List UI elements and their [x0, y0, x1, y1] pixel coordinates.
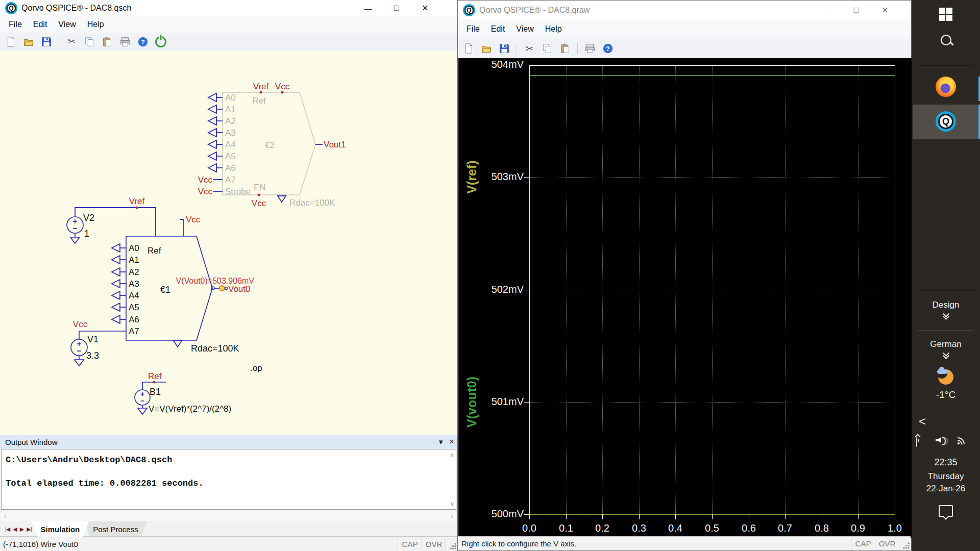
svg-text:?: ?	[606, 45, 610, 53]
cut-icon[interactable]: ✂	[523, 42, 536, 55]
temperature-label[interactable]: -1°C	[912, 389, 980, 400]
collapse-icon[interactable]: ▼	[437, 438, 444, 446]
waveform-plot[interactable]: 504mV 503mV 502mV 501mV 500mV 0.0 0.1 0.…	[458, 58, 912, 538]
pin-label: A4	[129, 291, 139, 300]
gridline	[712, 66, 713, 514]
print-icon[interactable]	[583, 42, 597, 55]
voltage-source-v2[interactable]	[67, 217, 83, 243]
qspice-button[interactable]	[913, 105, 979, 139]
schematic-canvas[interactable]: A0 A1 A2 A3 A4 A5 A6 A7 Strobe Vcc Vcc V…	[0, 51, 457, 435]
help-icon[interactable]: ?	[136, 35, 150, 48]
action-center-button[interactable]	[912, 505, 980, 517]
new-file-icon[interactable]	[4, 35, 17, 48]
scroll-left-icon[interactable]: ‹	[4, 512, 7, 520]
tab-last-icon[interactable]: ▶|	[27, 526, 31, 533]
console-output[interactable]: C:\Users\Andru\Desktop\DAC8.qsch Total e…	[1, 449, 456, 510]
battery-indicator[interactable]	[916, 438, 917, 447]
y-tick-label: 504mV	[481, 59, 524, 70]
copy-icon[interactable]	[83, 35, 96, 48]
source-value: 3.3	[86, 350, 99, 361]
tab-simulation[interactable]: Simulation	[32, 521, 89, 537]
menu-view[interactable]: View	[53, 20, 81, 29]
menu-file[interactable]: File	[3, 20, 28, 29]
design-toolbar-label[interactable]: Design	[912, 300, 980, 310]
firefox-button[interactable]	[912, 77, 980, 97]
new-file-icon[interactable]	[462, 42, 475, 55]
cut-icon[interactable]: ✂	[65, 35, 78, 48]
resize-grip[interactable]	[446, 537, 457, 551]
close-button[interactable]: ×	[871, 1, 899, 19]
weather-widget[interactable]	[912, 366, 980, 386]
print-icon[interactable]	[118, 35, 132, 48]
close-button[interactable]: ×	[411, 0, 439, 16]
paste-icon[interactable]	[101, 35, 114, 48]
run-simulation-icon[interactable]	[154, 35, 167, 48]
en-pin-triangle-icon	[174, 341, 182, 347]
show-hidden-icons-button[interactable]: <	[919, 414, 926, 429]
clock-date[interactable]: 22-Jan-26	[912, 484, 980, 494]
gridline	[566, 66, 567, 514]
minimize-button[interactable]: —	[354, 0, 382, 16]
x-tick-label: 0.1	[555, 522, 577, 534]
clock-day[interactable]: Thursday	[912, 471, 980, 482]
menubar: File Edit View Help	[458, 19, 911, 39]
menu-file[interactable]: File	[461, 24, 485, 34]
x-tick-label: 0.3	[628, 522, 650, 534]
clock-time[interactable]: 22:35	[912, 457, 980, 468]
source-value: 1	[84, 229, 89, 239]
copy-icon[interactable]	[541, 42, 554, 55]
dac-component-e1[interactable]: A0 A1 A2 A3 A4 A5 A6 A7 Ref €1 Rdac=100K…	[75, 196, 254, 354]
x-tick-label: 1.0	[884, 522, 906, 534]
open-file-icon[interactable]	[480, 42, 493, 55]
net-label-vref: Vref	[129, 196, 145, 206]
search-button[interactable]	[912, 35, 980, 45]
menu-edit[interactable]: Edit	[28, 20, 53, 29]
x-tick-label: 0.0	[518, 522, 541, 534]
axis-label-vref[interactable]: V(ref)	[464, 160, 479, 193]
tab-first-icon[interactable]: |◀	[5, 526, 10, 533]
qspice-logo-icon	[5, 2, 17, 14]
save-file-icon[interactable]	[498, 42, 511, 55]
menu-view[interactable]: View	[510, 24, 539, 34]
status-bar: (-71,1016) Wire Vout0 CAP OVR	[0, 536, 457, 551]
pin-label-ref: Ref	[252, 96, 266, 106]
menu-help[interactable]: Help	[540, 24, 568, 34]
dac-component-e2[interactable]: A0 A1 A2 A3 A4 A5 A6 A7 Strobe Vcc Vcc V…	[198, 82, 346, 208]
paste-icon[interactable]	[558, 42, 572, 55]
help-icon[interactable]: ?	[601, 42, 615, 55]
gridline	[785, 66, 786, 514]
open-file-icon[interactable]	[22, 35, 35, 48]
start-button[interactable]	[912, 8, 980, 21]
resize-grip[interactable]	[899, 537, 911, 550]
scroll-up-icon[interactable]: ∧	[450, 452, 454, 458]
tab-post-process[interactable]: Post Process	[84, 521, 147, 537]
firefox-icon	[936, 77, 956, 97]
console-line: Total elapsed time: 0.0082281 seconds.	[6, 479, 204, 488]
gridline	[602, 66, 603, 514]
design-expand-button[interactable]	[912, 314, 980, 319]
tab-next-icon[interactable]: ▶	[20, 526, 23, 533]
save-file-icon[interactable]	[40, 35, 53, 48]
maximize-button[interactable]: □	[382, 0, 411, 16]
output-window-header[interactable]: Output Window ▼ ×	[0, 435, 457, 449]
scroll-right-icon[interactable]: ›	[451, 512, 453, 520]
designator: €2	[265, 140, 275, 150]
menu-edit[interactable]: Edit	[485, 24, 511, 34]
minimize-button[interactable]: —	[814, 1, 842, 19]
x-tick-label: 0.2	[591, 522, 614, 534]
tab-prev-icon[interactable]: ◀	[13, 526, 16, 533]
net-label-ref: Ref	[148, 371, 162, 381]
toolbar: ✂ ?	[458, 39, 911, 59]
maximize-button[interactable]: □	[842, 1, 871, 19]
y-tick-label: 501mV	[481, 396, 524, 408]
window-title: Qorvo QSPICE® - DAC8.qsch	[21, 4, 131, 13]
horizontal-scrollbar[interactable]: ‹ ›	[1, 511, 456, 521]
close-output-icon[interactable]: ×	[449, 437, 454, 447]
axis-label-vout0[interactable]: V(vout0)	[464, 377, 479, 428]
menu-help[interactable]: Help	[82, 20, 110, 29]
net-label-vcc: Vcc	[73, 319, 88, 329]
window-title: Qorvo QSPICE® - DAC8.qraw	[479, 6, 590, 15]
language-expand-button[interactable]	[912, 353, 980, 358]
language-label[interactable]: German	[912, 339, 980, 349]
scroll-down-icon[interactable]: ∨	[450, 500, 454, 507]
